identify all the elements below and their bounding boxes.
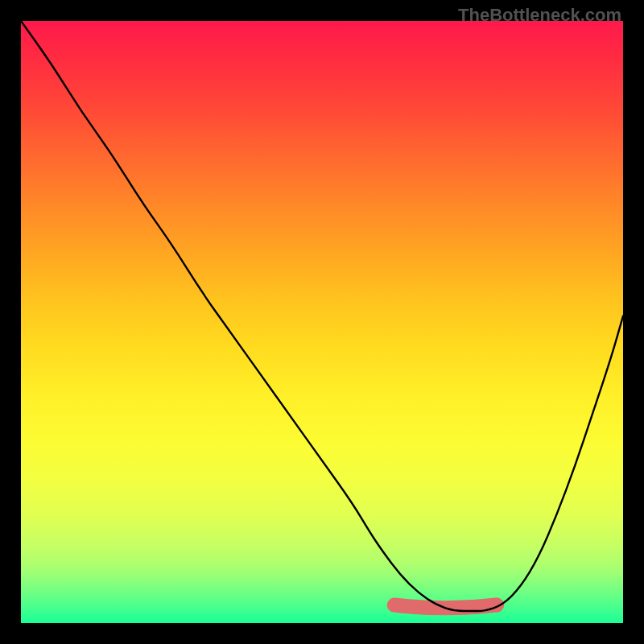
plot-area [21, 21, 623, 623]
chart-overlay [21, 21, 623, 623]
chart-container: TheBottleneck.com [0, 0, 644, 644]
watermark-text: TheBottleneck.com [458, 5, 621, 26]
bottleneck-curve [21, 21, 623, 611]
